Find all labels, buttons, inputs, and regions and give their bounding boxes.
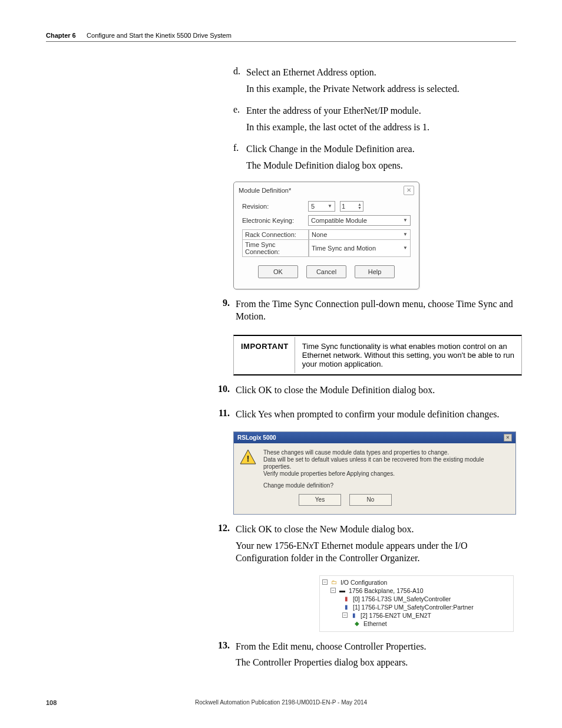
chapter-title: Configure and Start the Kinetix 5500 Dri… [87, 32, 232, 39]
important-label: IMPORTANT [235, 337, 295, 373]
step-10: 10. Click OK to close the Module Definit… [213, 384, 520, 400]
rack-connection-select[interactable]: None▼ [309, 230, 410, 239]
step-number: 13. [213, 640, 230, 651]
module-icon: ▮ [350, 612, 358, 619]
revision-label: Revision: [242, 203, 308, 210]
warning-icon: ! [240, 449, 256, 465]
step-number: 9. [213, 298, 230, 308]
revision-major-select[interactable]: 5▼ [308, 201, 335, 212]
keying-label: Electronic Keying: [242, 217, 308, 224]
chevron-down-icon: ▼ [328, 203, 332, 209]
body-column: d. Select an Ethernet Address option. In… [213, 66, 520, 678]
time-sync-select[interactable]: Time Sync and Motion▼ [309, 240, 410, 256]
rslogix-confirm-dialog: RSLogix 5000 × ! These changes will caus… [233, 431, 516, 515]
step-13-line1: From the Edit menu, choose Controller Pr… [236, 640, 518, 653]
step-12-line1: Click OK to close the New Module dialog … [236, 523, 518, 536]
tree-node-io-config[interactable]: − 🗀 I/O Configuration [322, 578, 511, 587]
substep-d-line1: Select an Ethernet Address option. [246, 66, 500, 79]
important-callout: IMPORTANT Time Sync functionality is wha… [233, 335, 522, 375]
tree-node-backplane[interactable]: − ▬ 1756 Backplane, 1756-A10 [322, 587, 511, 595]
chevron-down-icon: ▼ [403, 245, 408, 251]
chapter-label: Chapter 6 [46, 32, 76, 39]
tree-node-slot1[interactable]: ▮ [1] 1756-L7SP UM_SafetyController:Part… [322, 603, 511, 611]
step-12-line2: Your new 1756-ENxT Ethernet module appea… [236, 539, 518, 565]
step-number: 10. [213, 384, 230, 394]
substep-f-line2: The Module Definition dialog box opens. [246, 159, 500, 172]
controller-organizer-tree: − 🗀 I/O Configuration − ▬ 1756 Backplane… [319, 575, 514, 632]
publication-id: Rockwell Automation Publication 2198-UM0… [195, 699, 367, 706]
substep-letter: f. [233, 143, 244, 153]
page-number: 108 [46, 699, 57, 706]
time-sync-label: Time Sync Connection: [243, 240, 309, 256]
step-9: 9. From the Time Sync Connection pull-do… [213, 298, 520, 327]
substep-f-line1: Click Change in the Module Definition ar… [246, 143, 500, 156]
collapse-icon[interactable]: − [342, 612, 348, 618]
tree-node-slot0[interactable]: ▮ [0] 1756-L73S UM_SafetyController [322, 595, 511, 603]
ethernet-icon: ◆ [353, 620, 361, 627]
confirm-line1: These changes will cause module data typ… [263, 449, 510, 456]
substep-letter: e. [233, 104, 244, 115]
substep-f: f. Click Change in the Module Definition… [233, 143, 520, 175]
collapse-icon[interactable]: − [322, 579, 328, 585]
step-10-text: Click OK to close the Module Definition … [236, 384, 518, 397]
page-header: Chapter 6 Configure and Start the Kineti… [46, 32, 516, 42]
step-11: 11. Click Yes when prompted to confirm y… [213, 408, 520, 424]
step-11-text: Click Yes when prompted to confirm your … [236, 408, 518, 421]
collapse-icon[interactable]: − [330, 588, 336, 593]
keying-select[interactable]: Compatible Module▼ [308, 215, 411, 226]
confirm-line3: Verify module properties before Applying… [263, 470, 510, 477]
dialog-title: Module Definition* [239, 187, 291, 194]
rack-connection-label: Rack Connection: [243, 230, 309, 239]
close-icon[interactable]: × [504, 434, 512, 442]
backplane-icon: ▬ [338, 587, 346, 594]
no-button[interactable]: No [349, 494, 392, 506]
page-footer: 108 Rockwell Automation Publication 2198… [46, 699, 516, 706]
substep-d: d. Select an Ethernet Address option. In… [233, 66, 520, 98]
step-12: 12. Click OK to close the New Module dia… [213, 523, 520, 568]
substep-letter: d. [233, 66, 244, 77]
yes-button[interactable]: Yes [299, 494, 341, 506]
step-number: 12. [213, 523, 230, 533]
important-text: Time Sync functionality is what enables … [296, 337, 520, 373]
step-9-text: From the Time Sync Connection pull-down … [236, 298, 518, 323]
revision-minor-spin[interactable]: 1 ▲▼ [340, 201, 363, 212]
chevron-down-icon: ▼ [403, 218, 408, 223]
substep-e-line2: In this example, the last octet of the a… [246, 121, 500, 134]
step-13: 13. From the Edit menu, choose Controlle… [213, 640, 520, 673]
confirm-line2: Data will be set to default values unles… [263, 456, 510, 470]
confirm-question: Change module definition? [263, 482, 510, 489]
substep-d-line2: In this example, the Private Network add… [246, 83, 500, 95]
tree-node-ethernet[interactable]: ◆ Ethernet [322, 620, 511, 628]
tree-node-slot2[interactable]: − ▮ [2] 1756-EN2T UM_EN2T [322, 611, 511, 620]
module-icon: ▮ [342, 595, 351, 602]
dialog-title: RSLogix 5000 [237, 434, 276, 441]
module-definition-dialog: Module Definition* ✕ Revision: 5▼ 1 ▲▼ E… [233, 182, 419, 289]
substep-e-line1: Enter the address of your EtherNet/IP mo… [246, 104, 500, 117]
chevron-down-icon: ▼ [403, 232, 408, 237]
module-icon: ▮ [342, 604, 351, 611]
ok-button[interactable]: OK [258, 265, 298, 278]
substep-e: e. Enter the address of your EtherNet/IP… [233, 104, 520, 137]
help-button[interactable]: Help [355, 265, 395, 278]
folder-icon: 🗀 [330, 579, 338, 586]
step-13-line2: The Controller Properties dialog box app… [236, 656, 518, 669]
cancel-button[interactable]: Cancel [306, 265, 346, 278]
svg-text:!: ! [247, 453, 250, 463]
spinner-icon: ▲▼ [358, 203, 362, 210]
close-icon[interactable]: ✕ [404, 186, 414, 195]
step-number: 11. [213, 408, 230, 419]
